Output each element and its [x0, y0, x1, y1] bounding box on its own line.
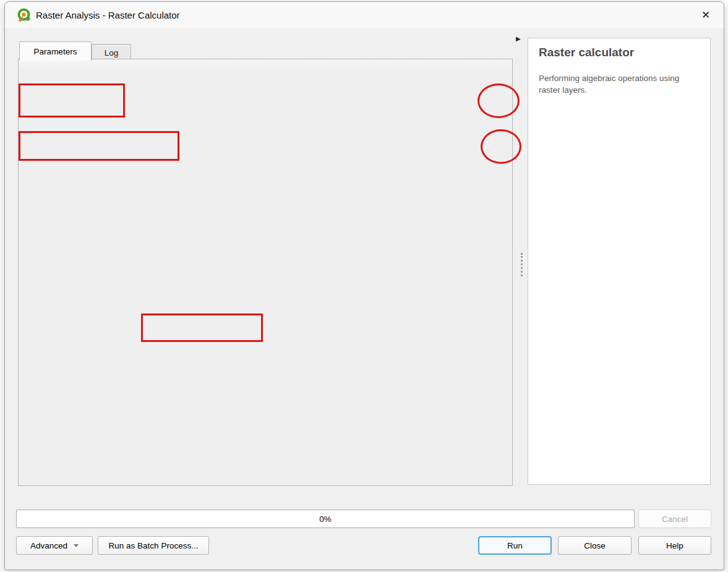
help-panel: Raster calculator Performing algebraic o…	[528, 38, 711, 485]
advanced-label: Advanced	[30, 541, 67, 550]
collapse-panel-icon[interactable]: ▶	[516, 35, 521, 42]
help-title: Raster calculator	[539, 46, 634, 59]
parameters-pane	[18, 59, 513, 486]
window-title: Raster Analysis - Raster Calculator	[36, 10, 180, 20]
help-description: Performing algebraic operations using ra…	[539, 73, 702, 96]
close-button[interactable]: Close	[558, 536, 632, 555]
progress-text: 0%	[319, 514, 332, 524]
tab-parameters[interactable]: Parameters	[19, 41, 92, 61]
close-icon[interactable]: ✕	[693, 5, 719, 25]
run-button[interactable]: Run	[478, 536, 552, 555]
qgis-logo-icon	[15, 7, 32, 23]
splitter-handle[interactable]	[521, 253, 523, 276]
advanced-button[interactable]: Advanced	[16, 536, 93, 555]
run-as-batch-button[interactable]: Run as Batch Process...	[98, 536, 209, 555]
cancel-button[interactable]: Cancel	[638, 510, 711, 528]
title-bar: Raster Analysis - Raster Calculator ✕	[5, 2, 724, 29]
tab-log[interactable]: Log	[92, 44, 131, 61]
chevron-down-icon	[74, 544, 79, 547]
raster-calculator-dialog: Raster Analysis - Raster Calculator ✕ Pa…	[4, 1, 724, 570]
progress-bar: 0%	[16, 510, 635, 528]
help-button[interactable]: Help	[638, 536, 711, 555]
